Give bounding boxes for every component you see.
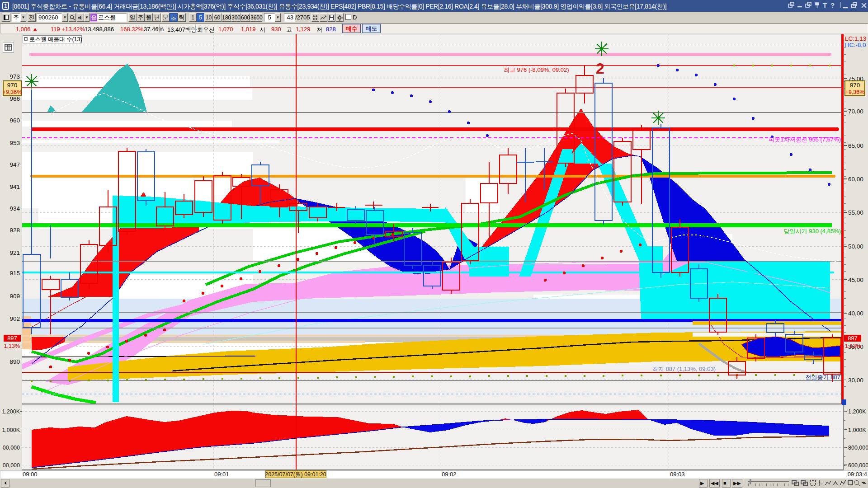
svg-text:▶▶: ▶▶	[733, 480, 741, 486]
svg-text:40,00: 40,00	[848, 310, 863, 317]
svg-text:30,00: 30,00	[848, 377, 863, 384]
svg-text:00,000: 00,000	[3, 445, 20, 451]
svg-text:09:02: 09:02	[442, 471, 457, 478]
svg-text:915: 915	[9, 270, 20, 277]
svg-text:973: 973	[9, 73, 20, 80]
svg-text:09:03: 09:03	[670, 471, 685, 478]
svg-text:928: 928	[9, 227, 20, 234]
svg-text:970: 970	[7, 82, 18, 89]
svg-text:T: T	[823, 1, 827, 9]
svg-text:09:01: 09:01	[214, 471, 229, 478]
svg-text:◀◀: ◀◀	[711, 480, 718, 486]
svg-text:?: ?	[830, 1, 835, 9]
svg-text:당일시가 930 (4,85%): 당일시가 930 (4,85%)	[784, 228, 841, 235]
svg-text:921: 921	[9, 249, 20, 256]
svg-text:947: 947	[9, 161, 20, 168]
svg-text:1,000K: 1,000K	[2, 427, 20, 433]
svg-text:피봇1차저항선 955 (7,67%): 피봇1차저항선 955 (7,67%)	[769, 136, 841, 143]
svg-text:50,00: 50,00	[848, 243, 863, 250]
svg-text:970: 970	[850, 82, 860, 89]
svg-text:600,000: 600,000	[848, 462, 868, 469]
svg-text:953: 953	[9, 140, 20, 146]
svg-text:890: 890	[9, 358, 20, 365]
svg-text:00,000: 00,000	[3, 462, 20, 469]
svg-text:65,00: 65,00	[848, 142, 863, 149]
svg-text:897: 897	[848, 335, 858, 342]
svg-text:70,00: 70,00	[848, 108, 863, 115]
svg-text:909: 909	[9, 293, 20, 300]
svg-text:HC:-8,0: HC:-8,0	[845, 42, 866, 48]
svg-text:1,000K: 1,000K	[848, 427, 866, 433]
svg-text:1,13%: 1,13%	[845, 343, 861, 349]
svg-text:2025/07/07(월) 09:01:20: 2025/07/07(월) 09:01:20	[265, 471, 326, 478]
svg-text:최고 976 (-8,09%, 09:02): 최고 976 (-8,09%, 09:02)	[504, 66, 569, 73]
svg-text:1,200K: 1,200K	[2, 408, 20, 415]
svg-text:897: 897	[7, 335, 17, 342]
svg-text:966: 966	[9, 95, 20, 102]
svg-text:+9,36%: +9,36%	[3, 89, 22, 95]
svg-text:800,000: 800,000	[848, 445, 868, 451]
svg-text:60,00: 60,00	[848, 176, 863, 183]
svg-text:▶: ▶	[700, 480, 704, 486]
svg-text:09:03:4: 09:03:4	[848, 471, 867, 478]
svg-text:55,00: 55,00	[848, 209, 863, 216]
svg-text:934: 934	[9, 205, 20, 212]
svg-text:최저 887 (1,13%, 09:03): 최저 887 (1,13%, 09:03)	[652, 366, 716, 372]
svg-text:1,13%: 1,13%	[4, 343, 20, 349]
svg-text:960: 960	[9, 117, 20, 124]
svg-text:45,00: 45,00	[848, 277, 863, 283]
svg-text:1,200K: 1,200K	[848, 408, 866, 415]
svg-text:LC:1,13: LC:1,13	[845, 35, 866, 42]
svg-text:+9,36%: +9,36%	[845, 89, 865, 95]
svg-text:09:00: 09:00	[23, 471, 38, 478]
svg-text:2: 2	[596, 60, 604, 77]
svg-text:902: 902	[9, 315, 20, 322]
svg-text:로스웰 매물대 수(13): 로스웰 매물대 수(13)	[29, 36, 82, 42]
svg-text:941: 941	[9, 183, 20, 190]
svg-text:■: ■	[723, 480, 726, 486]
svg-text:−＋A: −＋A	[863, 480, 868, 487]
